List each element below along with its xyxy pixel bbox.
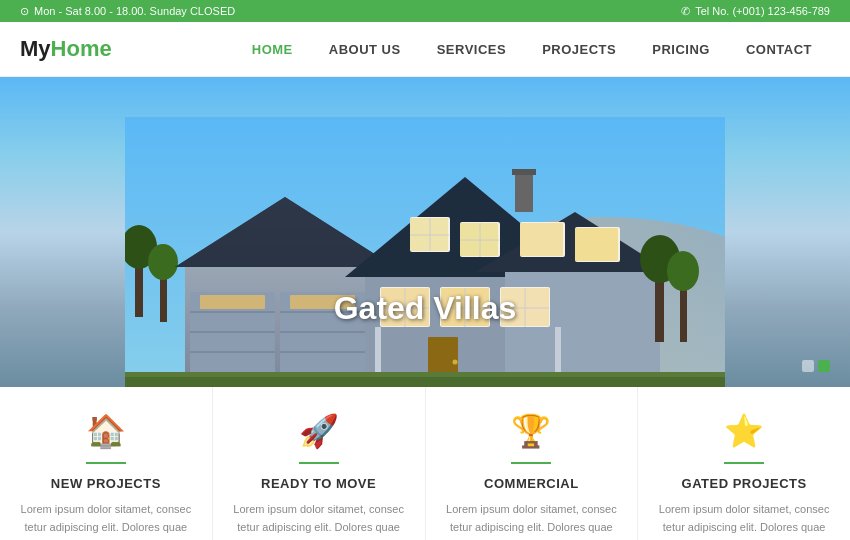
nav-services[interactable]: SERVICES — [419, 22, 525, 77]
svg-rect-46 — [575, 228, 618, 261]
clock-icon: ⊙ — [20, 5, 29, 18]
card-2-text: Lorem ipsum dolor sitamet, consec tetur … — [233, 501, 405, 540]
svg-point-58 — [667, 251, 699, 291]
card-4-text: Lorem ipsum dolor sitamet, consec tetur … — [658, 501, 830, 540]
card-4-icon: ⭐ — [658, 412, 830, 450]
card-ready-to-move: 🚀 READY TO MOVE Lorem ipsum dolor sitame… — [213, 387, 426, 540]
card-1-icon: 🏠 — [20, 412, 192, 450]
card-4-divider — [724, 462, 764, 464]
svg-rect-59 — [515, 172, 533, 212]
svg-point-5 — [148, 244, 178, 280]
hero-house-illustration — [125, 117, 725, 387]
logo-home: Home — [51, 36, 112, 61]
svg-rect-57 — [680, 282, 687, 342]
card-4-title: GATED PROJECTS — [658, 476, 830, 491]
top-bar: ⊙ Mon - Sat 8.00 - 18.00. Sunday CLOSED … — [0, 0, 850, 22]
top-bar-phone: ✆ Tel No. (+001) 123-456-789 — [681, 5, 830, 18]
slider-dot-2[interactable] — [818, 360, 830, 372]
cards-section: 🏠 NEW PROJECTS Lorem ipsum dolor sitamet… — [0, 387, 850, 540]
logo[interactable]: MyHome — [20, 36, 112, 62]
card-2-divider — [299, 462, 339, 464]
card-gated-projects: ⭐ GATED PROJECTS Lorem ipsum dolor sitam… — [638, 387, 850, 540]
nav-pricing[interactable]: PRICING — [634, 22, 728, 77]
card-2-title: READY TO MOVE — [233, 476, 405, 491]
header: MyHome HOME ABOUT US SERVICES PROJECTS P… — [0, 22, 850, 77]
logo-my: My — [20, 36, 51, 61]
svg-rect-17 — [200, 295, 265, 309]
main-nav: HOME ABOUT US SERVICES PROJECTS PRICING … — [234, 22, 830, 77]
card-2-icon: 🚀 — [233, 412, 405, 450]
card-commercial: 🏆 COMMERCIAL Lorem ipsum dolor sitamet, … — [426, 387, 639, 540]
card-3-icon: 🏆 — [446, 412, 618, 450]
nav-projects[interactable]: PROJECTS — [524, 22, 634, 77]
hours-text: Mon - Sat 8.00 - 18.00. Sunday CLOSED — [34, 5, 235, 17]
nav-contact[interactable]: CONTACT — [728, 22, 830, 77]
hero-title: Gated Villas — [334, 290, 517, 327]
card-1-title: NEW PROJECTS — [20, 476, 192, 491]
nav-about[interactable]: ABOUT US — [311, 22, 419, 77]
hero-section: Gated Villas — [0, 77, 850, 387]
card-3-divider — [511, 462, 551, 464]
phone-icon: ✆ — [681, 5, 690, 18]
slider-dot-1[interactable] — [802, 360, 814, 372]
card-1-divider — [86, 462, 126, 464]
card-new-projects: 🏠 NEW PROJECTS Lorem ipsum dolor sitamet… — [0, 387, 213, 540]
card-3-text: Lorem ipsum dolor sitamet, consec tetur … — [446, 501, 618, 540]
svg-point-48 — [453, 360, 458, 365]
slider-dots[interactable] — [802, 360, 830, 372]
svg-rect-54 — [125, 377, 725, 387]
nav-home[interactable]: HOME — [234, 22, 311, 77]
svg-rect-60 — [512, 169, 536, 175]
svg-rect-45 — [520, 223, 563, 256]
card-3-title: COMMERCIAL — [446, 476, 618, 491]
top-bar-hours: ⊙ Mon - Sat 8.00 - 18.00. Sunday CLOSED — [20, 5, 235, 18]
card-1-text: Lorem ipsum dolor sitamet, consec tetur … — [20, 501, 192, 540]
phone-text: Tel No. (+001) 123-456-789 — [695, 5, 830, 17]
